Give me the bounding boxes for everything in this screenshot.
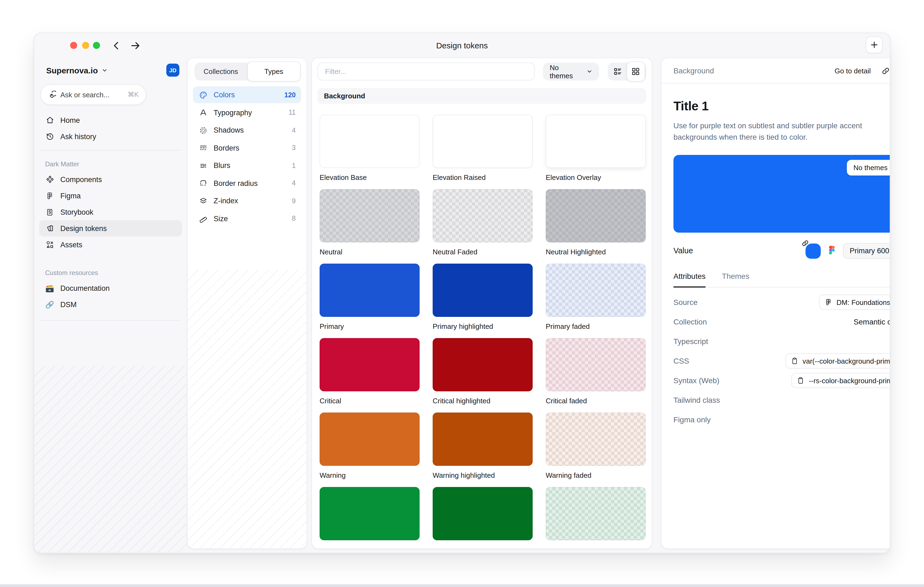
sidebar-section-custom: Custom resources (39, 265, 182, 280)
type-row-borders[interactable]: Borders 3 (193, 139, 301, 156)
token-cell[interactable] (320, 487, 420, 546)
sidebar-item-figma[interactable]: Figma (39, 188, 182, 204)
attr-row-figma-only: Figma only – (673, 410, 890, 429)
token-cell[interactable]: Critical faded (546, 338, 646, 405)
workspace-switcher[interactable]: Supernova.io JD (46, 63, 179, 78)
token-cell[interactable]: Primary (320, 264, 420, 330)
search-shortcut: ⌘K (128, 91, 139, 98)
token-cell[interactable] (546, 487, 646, 546)
sidebar-item-ask-history[interactable]: Ask history (39, 128, 182, 145)
token-cell[interactable]: Warning faded (546, 412, 646, 480)
sidebar-section-workspace: Dark Matter (39, 156, 182, 171)
alias-link-icon (801, 239, 809, 247)
sidebar-item-design-tokens[interactable]: Design tokens (39, 220, 182, 236)
grid-row (320, 487, 646, 546)
grid-view-button[interactable] (626, 61, 645, 81)
clipboard-icon (790, 357, 799, 365)
color-swatch[interactable] (546, 338, 646, 391)
tab-attributes[interactable]: Attributes (673, 272, 706, 287)
preview-themes-dropdown[interactable]: No themes (847, 160, 890, 176)
token-cell[interactable]: Elevation Raised (433, 115, 533, 181)
token-cell[interactable]: Warning highlighted (433, 412, 533, 480)
token-cell[interactable] (433, 487, 533, 546)
sidebar-item-storybook[interactable]: Storybook (39, 204, 182, 220)
color-swatch[interactable] (320, 115, 420, 168)
copy-link-icon[interactable] (881, 66, 890, 76)
figma-outline-icon (825, 298, 833, 306)
token-cell[interactable]: Neutral Highlighted (546, 189, 646, 256)
attr-row-source: Source DM: Foundations (673, 292, 890, 312)
types-panel: Collections Types Colors 120 Typography (187, 58, 307, 549)
tab-collections[interactable]: Collections (195, 63, 247, 81)
typography-icon (198, 108, 208, 117)
color-swatch[interactable] (433, 487, 533, 540)
list-view-button[interactable] (609, 63, 626, 81)
color-swatch[interactable] (546, 189, 646, 242)
token-cell[interactable]: Warning (320, 412, 420, 480)
token-cell[interactable]: Neutral Faded (433, 189, 533, 256)
themes-dropdown[interactable]: No themes (543, 63, 599, 81)
tab-themes[interactable]: Themes (722, 272, 749, 287)
color-swatch[interactable] (433, 412, 533, 466)
sidebar-item-assets[interactable]: Assets (39, 236, 182, 253)
components-icon (45, 175, 54, 184)
value-label: Value (673, 246, 804, 255)
source-pill[interactable]: DM: Foundations (819, 295, 890, 310)
type-row-colors[interactable]: Colors 120 (193, 86, 301, 103)
ask-search-input[interactable]: Ask or search... ⌘K (40, 84, 146, 105)
type-row-shadows[interactable]: Shadows 4 (193, 122, 301, 139)
collections-types-segmented-control: Collections Types (195, 63, 300, 81)
grid-row: Neutral Neutral Faded Neutral Highlighte… (320, 189, 646, 256)
chevron-down-icon (586, 68, 592, 74)
add-button[interactable] (866, 36, 883, 53)
type-row-blurs[interactable]: Blurs 1 (193, 157, 301, 174)
color-swatch[interactable] (320, 264, 420, 317)
type-row-size[interactable]: Size 8 (193, 210, 301, 227)
token-cell[interactable]: Elevation Overlay (546, 115, 646, 181)
syntax-copy-pill[interactable]: --rs-color-background-primary (791, 373, 890, 388)
sidebar-item-home[interactable]: Home (39, 112, 182, 128)
color-swatch[interactable] (546, 115, 646, 168)
go-to-detail-link[interactable]: Go to detail (835, 67, 871, 75)
token-title: Title 1 (673, 99, 890, 114)
attributes-list: Source DM: Foundations Collectio (673, 292, 890, 429)
sidebar-item-components[interactable]: Components (39, 171, 182, 188)
type-row-typography[interactable]: Typography 11 (193, 104, 301, 121)
color-swatch[interactable] (433, 338, 533, 391)
desktop: Design tokens Supernova.io JD Ask or sea… (0, 0, 924, 587)
titlebar: Design tokens (34, 33, 890, 58)
filter-input[interactable] (317, 63, 535, 81)
sidebar-item-documentation[interactable]: 🗃️ Documentation (39, 280, 182, 296)
avatar[interactable]: JD (166, 64, 179, 77)
value-row: Value Primary 600 (673, 242, 890, 259)
color-swatch[interactable] (320, 338, 420, 391)
sidebar-item-dsm[interactable]: 🔗 DSM (39, 296, 182, 313)
color-swatch[interactable] (433, 189, 533, 242)
color-swatch[interactable] (433, 264, 533, 317)
attr-row-typescript: Typescript – (673, 331, 890, 351)
type-row-border-radius[interactable]: Border radius 4 (193, 175, 301, 191)
token-cell[interactable]: Primary highlighted (433, 264, 533, 330)
home-icon (45, 115, 54, 125)
color-swatch[interactable] (546, 264, 646, 317)
color-swatch[interactable] (320, 487, 420, 540)
borders-icon (198, 143, 208, 152)
tab-types[interactable]: Types (247, 61, 300, 81)
css-copy-pill[interactable]: var(--color-background-primary) (785, 353, 890, 368)
sidebar: Supernova.io JD Ask or search... ⌘K (34, 58, 187, 553)
type-row-z-index[interactable]: Z-index 9 (193, 193, 301, 209)
token-cell[interactable]: Primary faded (546, 264, 646, 330)
color-swatch[interactable] (546, 487, 646, 540)
group-header-background[interactable]: Background (317, 88, 646, 104)
color-swatch[interactable] (320, 412, 420, 466)
token-cell[interactable]: Critical highlighted (433, 338, 533, 405)
color-swatch[interactable] (546, 412, 646, 466)
token-cell[interactable]: Critical (320, 338, 420, 405)
token-cell[interactable]: Neutral (320, 189, 420, 256)
history-icon (45, 132, 54, 141)
color-swatch[interactable] (320, 189, 420, 242)
color-preview[interactable]: No themes (673, 155, 890, 232)
token-cell[interactable]: Elevation Base (320, 115, 420, 181)
value-token-pill[interactable]: Primary 600 (843, 243, 890, 259)
color-swatch[interactable] (433, 115, 533, 168)
